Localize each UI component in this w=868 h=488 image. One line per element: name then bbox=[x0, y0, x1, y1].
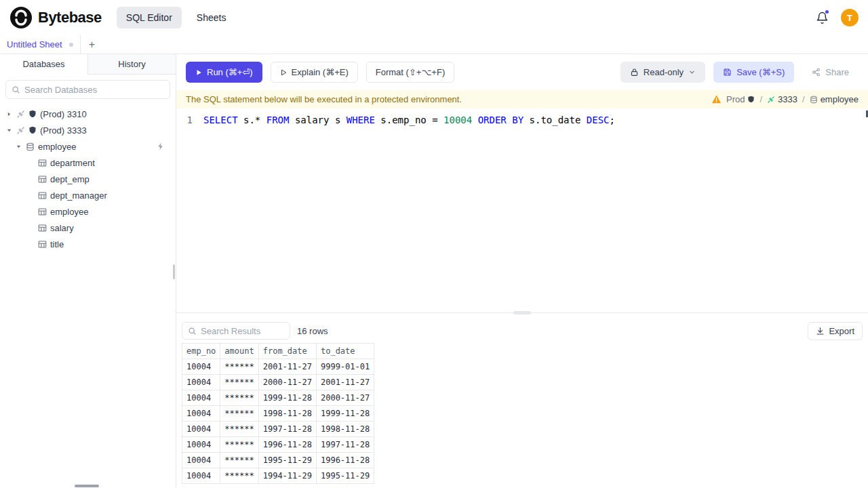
result-cell[interactable]: ****** bbox=[220, 390, 258, 406]
database-search-input[interactable] bbox=[24, 85, 164, 95]
result-row: 10004******1998-11-281999-11-28 bbox=[182, 406, 374, 422]
table-label: dept_emp bbox=[50, 174, 90, 184]
result-row: 10004******2000-11-272001-11-27 bbox=[182, 375, 374, 390]
result-cell[interactable]: 10004 bbox=[182, 422, 220, 437]
column-header-emp_no[interactable]: emp_no bbox=[182, 344, 220, 359]
table-label: title bbox=[50, 239, 64, 249]
sidebar-table-employee[interactable]: employee bbox=[0, 203, 176, 220]
chevron-down-icon bbox=[5, 127, 13, 134]
result-cell[interactable]: 10004 bbox=[182, 375, 220, 390]
connection-breadcrumb: Prod / 3333 / bbox=[711, 94, 859, 104]
sheet-tabstrip: Untitled Sheet + bbox=[0, 35, 868, 54]
top-nav: SQL Editor Sheets bbox=[117, 7, 236, 28]
sheet-tab-untitled[interactable]: Untitled Sheet bbox=[0, 35, 81, 54]
result-cell[interactable]: 10004 bbox=[182, 437, 220, 453]
sidebar-table-department[interactable]: department bbox=[0, 155, 176, 171]
result-cell[interactable]: 1996-11-28 bbox=[316, 453, 374, 468]
result-cell[interactable]: ****** bbox=[220, 453, 258, 468]
notice-message: The SQL statement below will be executed… bbox=[186, 94, 462, 104]
sidebar-table-title[interactable]: title bbox=[0, 236, 176, 252]
result-cell[interactable]: ****** bbox=[220, 406, 258, 422]
result-cell[interactable]: ****** bbox=[220, 422, 258, 437]
connect-lightning-icon[interactable] bbox=[157, 142, 165, 150]
result-cell[interactable]: 10004 bbox=[182, 359, 220, 375]
instance-crumb[interactable]: 3333 bbox=[767, 94, 797, 104]
results-header-row: emp_noamountfrom_dateto_date bbox=[182, 344, 374, 359]
database-employee[interactable]: employee bbox=[0, 138, 176, 155]
bytebase-logo[interactable]: Bytebase bbox=[9, 6, 102, 29]
nav-sheets[interactable]: Sheets bbox=[187, 7, 236, 28]
result-cell[interactable]: 2001-11-27 bbox=[258, 359, 316, 375]
save-icon bbox=[723, 68, 732, 77]
result-cell[interactable]: 2000-11-27 bbox=[258, 375, 316, 390]
result-cell[interactable]: 1998-11-28 bbox=[316, 422, 374, 437]
result-cell[interactable]: ****** bbox=[220, 375, 258, 390]
database-icon bbox=[26, 142, 35, 151]
column-header-amount[interactable]: amount bbox=[220, 344, 258, 359]
result-cell[interactable]: ****** bbox=[220, 359, 258, 375]
instance-icon bbox=[16, 126, 25, 135]
result-row: 10004******1999-11-282000-11-27 bbox=[182, 390, 374, 406]
share-button[interactable]: Share bbox=[802, 62, 859, 83]
protected-environment-notice: The SQL statement below will be executed… bbox=[176, 90, 868, 108]
result-cell[interactable]: ****** bbox=[220, 468, 258, 484]
play-outline-icon bbox=[280, 69, 287, 76]
environment-shield-icon bbox=[28, 126, 37, 134]
result-cell[interactable]: 1995-11-29 bbox=[316, 468, 374, 484]
readonly-mode-button[interactable]: Read-only bbox=[620, 62, 705, 83]
results-search[interactable] bbox=[182, 322, 290, 340]
database-crumb[interactable]: employee bbox=[810, 94, 859, 104]
result-cell[interactable]: 1997-11-28 bbox=[316, 437, 374, 453]
export-button[interactable]: Export bbox=[808, 322, 863, 340]
explain-button[interactable]: Explain (⌘+E) bbox=[271, 62, 358, 83]
sidebar-table-dept_manager[interactable]: dept_manager bbox=[0, 187, 176, 203]
result-cell[interactable]: 9999-01-01 bbox=[316, 359, 374, 375]
sidebar-tab-databases[interactable]: Databases bbox=[0, 54, 88, 75]
column-header-from_date[interactable]: from_date bbox=[258, 344, 316, 359]
instance-label: (Prod) 3333 bbox=[40, 125, 87, 136]
chevron-down-icon bbox=[688, 68, 696, 76]
sidebar-tab-history[interactable]: History bbox=[88, 54, 176, 75]
column-header-to_date[interactable]: to_date bbox=[316, 344, 374, 359]
result-cell[interactable]: 1997-11-28 bbox=[258, 422, 316, 437]
environment-crumb[interactable]: Prod bbox=[726, 94, 755, 104]
instance-prod-3310[interactable]: (Prod) 3310 bbox=[0, 106, 176, 122]
table-label: employee bbox=[50, 207, 88, 217]
database-search[interactable] bbox=[5, 80, 170, 99]
resize-handle[interactable] bbox=[513, 311, 531, 314]
sidebar-table-dept_emp[interactable]: dept_emp bbox=[0, 171, 176, 187]
sidebar-horizontal-scrollbar[interactable] bbox=[75, 485, 99, 487]
sidebar: Databases History bbox=[0, 54, 176, 488]
header-right: T bbox=[816, 9, 859, 26]
sidebar-scrollbar-thumb[interactable] bbox=[173, 264, 175, 279]
result-cell[interactable]: 1994-11-29 bbox=[258, 468, 316, 484]
result-cell[interactable]: 10004 bbox=[182, 406, 220, 422]
avatar[interactable]: T bbox=[841, 9, 859, 26]
sidebar-table-salary[interactable]: salary bbox=[0, 220, 176, 236]
result-cell[interactable]: 10004 bbox=[182, 468, 220, 484]
nav-sql-editor[interactable]: SQL Editor bbox=[117, 7, 182, 28]
notifications-button[interactable] bbox=[816, 12, 829, 24]
database-icon bbox=[810, 96, 818, 104]
result-cell[interactable]: 1996-11-28 bbox=[258, 437, 316, 453]
add-sheet-button[interactable]: + bbox=[81, 35, 103, 54]
result-cell[interactable]: 10004 bbox=[182, 453, 220, 468]
result-cell[interactable]: ****** bbox=[220, 437, 258, 453]
save-button[interactable]: Save (⌘+S) bbox=[713, 62, 794, 83]
results-search-input[interactable] bbox=[201, 326, 284, 336]
top-header: Bytebase SQL Editor Sheets T bbox=[0, 0, 868, 35]
run-button[interactable]: Run (⌘+⏎) bbox=[186, 62, 262, 83]
format-button[interactable]: Format (⇧+⌥+F) bbox=[366, 62, 454, 83]
sql-editor[interactable]: 1 SELECT s.* FROM salary s WHERE s.emp_n… bbox=[176, 108, 868, 312]
table-label: salary bbox=[50, 223, 74, 233]
result-cell[interactable]: 1999-11-28 bbox=[258, 390, 316, 406]
result-cell[interactable]: 1999-11-28 bbox=[316, 406, 374, 422]
sheet-tab-label: Untitled Sheet bbox=[7, 39, 62, 49]
result-cell[interactable]: 1998-11-28 bbox=[258, 406, 316, 422]
result-cell[interactable]: 2001-11-27 bbox=[316, 375, 374, 390]
result-cell[interactable]: 2000-11-27 bbox=[316, 390, 374, 406]
table-icon bbox=[38, 240, 47, 249]
instance-prod-3333[interactable]: (Prod) 3333 bbox=[0, 122, 176, 138]
result-cell[interactable]: 1995-11-29 bbox=[258, 453, 316, 468]
result-cell[interactable]: 10004 bbox=[182, 390, 220, 406]
